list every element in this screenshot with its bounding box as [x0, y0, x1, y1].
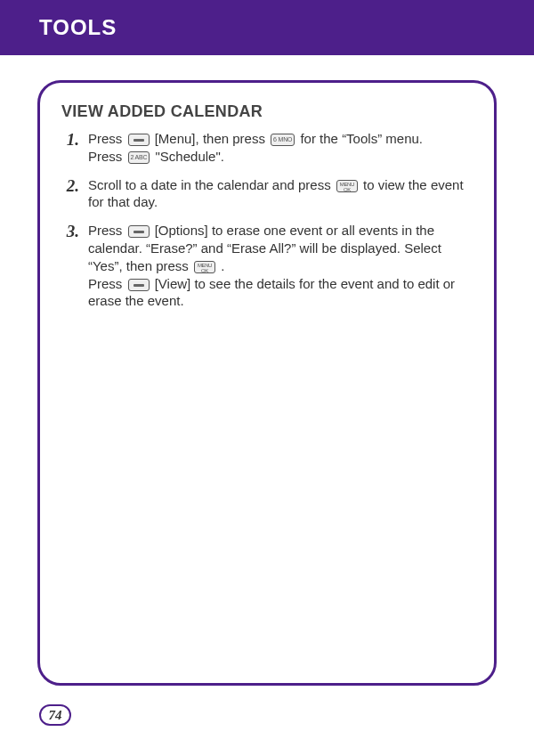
step-text: Press: [88, 223, 126, 238]
step-text: .: [217, 258, 224, 273]
page-number: 74: [49, 708, 62, 723]
step-text: [Menu], then press: [151, 131, 270, 146]
step-number: 3.: [61, 222, 88, 310]
step: 2.Scroll to a date in the calendar and p…: [61, 176, 474, 212]
step-body: Press [Options] to erase one event or al…: [88, 222, 474, 310]
right-soft-key-icon: [128, 279, 150, 291]
step: 1.Press [Menu], then press 6 MNO for the…: [61, 130, 474, 166]
left-soft-key-icon: [128, 225, 150, 238]
step-text: for the “Tools” menu.: [296, 131, 423, 146]
key-6-icon: 6 MNO: [271, 134, 295, 146]
menu-ok-key-icon: MENUOK: [336, 180, 358, 192]
step-text: "Schedule".: [151, 149, 224, 164]
content-panel: VIEW ADDED CALENDAR 1.Press [Menu], then…: [37, 80, 497, 686]
header-title: TOOLS: [39, 15, 117, 40]
step: 3.Press [Options] to erase one event or …: [61, 222, 474, 310]
key-2-icon: 2 ABC: [128, 151, 150, 164]
step-text: Press: [88, 276, 126, 291]
step-number: 2.: [61, 176, 88, 212]
section-title: VIEW ADDED CALENDAR: [61, 102, 474, 121]
step-list: 1.Press [Menu], then press 6 MNO for the…: [61, 130, 474, 310]
page-number-badge: 74: [39, 704, 71, 726]
step-body: Scroll to a date in the calendar and pre…: [88, 176, 474, 212]
header-bar: TOOLS: [0, 0, 534, 55]
step-text: Press: [88, 131, 126, 146]
step-text: Scroll to a date in the calendar and pre…: [88, 177, 335, 192]
left-soft-key-icon: [128, 134, 150, 146]
step-number: 1.: [61, 130, 88, 166]
step-body: Press [Menu], then press 6 MNO for the “…: [88, 130, 423, 166]
page: TOOLS VIEW ADDED CALENDAR 1.Press [Menu]…: [0, 0, 534, 756]
menu-ok-key-icon: MENUOK: [194, 261, 215, 273]
step-text: Press: [88, 149, 126, 164]
